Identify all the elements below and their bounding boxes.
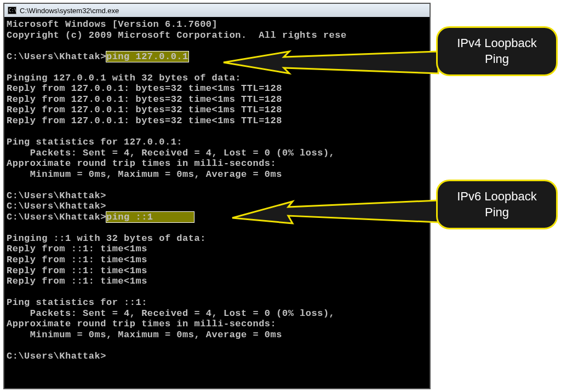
line-version: Microsoft Windows [Version 6.1.7600] xyxy=(7,19,217,30)
line-stats-packets-ipv4: Packets: Sent = 4, Received = 4, Lost = … xyxy=(7,148,335,158)
callout-ipv6-text: IPv6 Loopback Ping xyxy=(457,189,537,219)
line-reply-ipv6: Reply from ::1: time<1ms xyxy=(7,276,147,286)
line-stats-rtt-values: Minimum = 0ms, Maximum = 0ms, Average = … xyxy=(7,330,282,340)
line-reply-ipv4: Reply from 127.0.0.1: bytes=32 time<1ms … xyxy=(7,83,282,94)
line-stats-packets-ipv6: Packets: Sent = 4, Received = 4, Lost = … xyxy=(7,308,335,319)
line-reply-ipv4: Reply from 127.0.0.1: bytes=32 time<1ms … xyxy=(7,94,282,105)
prompt: C:\Users\Khattak> xyxy=(7,212,106,222)
callout-ipv6: IPv6 Loopback Ping xyxy=(436,180,558,229)
line-reply-ipv6: Reply from ::1: time<1ms xyxy=(7,266,147,276)
prompt: C:\Users\Khattak> xyxy=(7,51,106,62)
line-stats-header-ipv4: Ping statistics for 127.0.0.1: xyxy=(7,137,182,147)
line-stats-rtt-header: Approximate round trip times in milli-se… xyxy=(7,319,276,329)
line-stats-rtt-values: Minimum = 0ms, Maximum = 0ms, Average = … xyxy=(7,169,282,180)
command-ping-ipv4: ping 127.0.0.1 xyxy=(106,51,188,62)
line-reply-ipv6: Reply from ::1: time<1ms xyxy=(7,255,147,265)
command-ping-ipv6: ping ::1 xyxy=(106,212,194,222)
callout-ipv4: IPv4 Loopback Ping xyxy=(436,26,558,76)
cmd-icon-text: C:\ xyxy=(9,8,16,13)
prompt: C:\Users\Khattak> xyxy=(7,201,106,211)
callout-arrow-ipv4 xyxy=(224,46,438,79)
prompt: C:\Users\Khattak> xyxy=(7,351,106,361)
line-stats-rtt-header: Approximate round trip times in milli-se… xyxy=(7,158,276,169)
line-copyright: Copyright (c) 2009 Microsoft Corporation… xyxy=(7,30,347,41)
svg-marker-0 xyxy=(224,51,438,73)
line-reply-ipv4: Reply from 127.0.0.1: bytes=32 time<1ms … xyxy=(7,116,282,126)
titlebar-path: C:\Windows\system32\cmd.exe xyxy=(20,7,119,15)
line-reply-ipv4: Reply from 127.0.0.1: bytes=32 time<1ms … xyxy=(7,105,282,115)
line-pinging-ipv4: Pinging 127.0.0.1 with 32 bytes of data: xyxy=(7,73,241,83)
line-pinging-ipv6: Pinging ::1 with 32 bytes of data: xyxy=(7,233,206,244)
line-reply-ipv6: Reply from ::1: time<1ms xyxy=(7,244,147,254)
callout-ipv4-text: IPv4 Loopback Ping xyxy=(457,36,537,66)
cmd-icon: C:\ xyxy=(8,7,16,14)
svg-marker-1 xyxy=(232,200,438,223)
callout-arrow-ipv6 xyxy=(232,195,438,228)
line-stats-header-ipv6: Ping statistics for ::1: xyxy=(7,297,147,308)
titlebar[interactable]: C:\ C:\Windows\system32\cmd.exe xyxy=(4,4,430,17)
prompt: C:\Users\Khattak> xyxy=(7,191,106,201)
